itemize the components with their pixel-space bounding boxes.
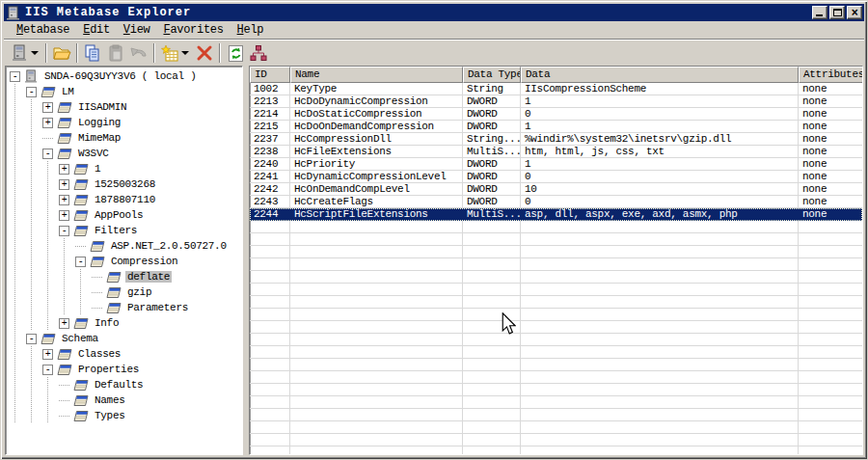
list-row[interactable]: 2241 HcDynamicCompressionLevel DWORD 0 n… (250, 171, 862, 183)
tree-expander-icon[interactable]: + (59, 210, 69, 221)
open-button[interactable] (50, 42, 73, 64)
list-row[interactable]: 2237 HcCompressionDll String... %windir%… (250, 133, 862, 146)
column-header-data-type[interactable]: Data Type (463, 67, 521, 83)
menu-item-edit[interactable]: Edit (76, 21, 117, 39)
view-hierarchy-button[interactable] (247, 42, 270, 64)
tree-item-filters[interactable]: - Filters (6, 223, 242, 238)
column-header-name[interactable]: Name (290, 67, 463, 83)
new-key-button[interactable] (158, 42, 181, 64)
tree-expander-icon[interactable]: - (26, 334, 37, 344)
cell-name: HcPriority (290, 158, 463, 171)
menu-item-help[interactable]: Help (231, 21, 271, 39)
tree-item-apppools[interactable]: + AppPools (6, 207, 242, 223)
list-row[interactable]: 2215 HcDoOnDemandCompression DWORD 1 non… (250, 121, 862, 133)
tree-expander-icon[interactable]: - (42, 365, 53, 375)
list-row[interactable]: 2244 HcScriptFileExtensions MultiS... as… (250, 208, 862, 221)
tree-item-1878807110[interactable]: + 1878807110 (6, 192, 242, 207)
list-row[interactable]: 2238 HcFileExtensions MultiS... htm, htm… (250, 146, 862, 158)
copy-button[interactable] (81, 42, 104, 64)
cell-id (250, 346, 290, 359)
menu-item-metabase[interactable]: Metabase (10, 21, 76, 39)
titlebar[interactable]: IIS Metabase Explorer × (4, 4, 864, 21)
tree-item-properties[interactable]: - Properties (6, 362, 242, 377)
tree-indent-guides (10, 284, 92, 300)
list-row[interactable]: 2240 HcPriority DWORD 1 none (250, 158, 862, 171)
tree-item-deflate[interactable]: deflate (6, 269, 242, 284)
tree-expander-icon[interactable] (92, 303, 102, 313)
metabase-key-icon (106, 302, 122, 314)
paste-button[interactable] (104, 42, 127, 64)
cell-attributes: none (799, 108, 862, 121)
tree-expander-icon[interactable] (75, 241, 86, 252)
tree-item-names[interactable]: Names (6, 392, 242, 408)
undo-button[interactable] (127, 42, 150, 64)
tree-item-label: 1878807110 (93, 194, 157, 205)
tree-expander-icon[interactable]: + (59, 318, 69, 329)
cell-id: 2242 (250, 183, 290, 196)
list-row[interactable]: 2213 HcDoDynamicCompression DWORD 1 none (250, 95, 862, 108)
tree-expander-icon[interactable]: - (59, 226, 69, 236)
delete-button[interactable] (193, 42, 216, 64)
tree-expander-icon[interactable]: + (42, 118, 53, 128)
tree-item-lm[interactable]: - LM (6, 84, 242, 99)
column-header-data[interactable]: Data (521, 67, 799, 83)
tree-expander-icon[interactable]: + (59, 164, 69, 175)
list-row[interactable]: 2243 HcCreateFlags DWORD 0 none (250, 196, 862, 208)
tree-item-compression[interactable]: - Compression (6, 254, 242, 269)
close-button[interactable]: × (847, 6, 862, 19)
tree-item-mimemap[interactable]: MimeMap (6, 130, 242, 146)
refresh-button[interactable] (224, 42, 247, 64)
tree-item-snda-69q3uyy3v6-local[interactable]: - SNDA-69Q3UYY3V6 ( local ) (6, 68, 242, 84)
column-header-attributes[interactable]: Attributes (799, 67, 862, 83)
tree-item-schema[interactable]: - Schema (6, 331, 242, 346)
tree-item-iisadmin[interactable]: + IISADMIN (6, 99, 242, 115)
metabase-key-icon (73, 225, 89, 237)
cell-data-type (463, 271, 521, 284)
app-icon[interactable] (6, 6, 21, 20)
connect-server-button[interactable] (8, 42, 31, 64)
list-row[interactable]: 2214 HcDoStaticCompression DWORD 0 none (250, 108, 862, 121)
maximize-button[interactable] (829, 6, 845, 19)
tree-expander-icon[interactable] (42, 133, 53, 144)
tree-expander-icon[interactable]: + (59, 195, 69, 205)
tree-expander-icon[interactable] (59, 411, 69, 421)
toolbar-separator (45, 43, 47, 63)
column-header-id[interactable]: ID (250, 67, 290, 83)
tree-expander-icon[interactable]: - (75, 257, 86, 267)
list-row[interactable]: 2242 HcOnDemandCompLevel DWORD 10 none (250, 183, 862, 196)
tree-item-classes[interactable]: + Classes (6, 346, 242, 362)
tree-expander-icon[interactable]: - (10, 71, 20, 82)
tree-indent-guides (10, 269, 92, 284)
tree-expander-icon[interactable]: - (26, 87, 37, 97)
tree-indent-guides (10, 176, 59, 192)
tree-expander-icon[interactable]: + (42, 102, 53, 113)
tree-item-types[interactable]: Types (6, 408, 242, 423)
connect-dropdown-arrow-icon[interactable] (31, 51, 39, 55)
tree-item-asp-net-2-0-50727-0[interactable]: ASP.NET_2.0.50727.0 (6, 238, 242, 254)
cell-data: 0 (521, 171, 799, 183)
menu-item-favorites[interactable]: Favorites (156, 21, 230, 39)
tree-expander-icon[interactable] (92, 287, 102, 298)
tree-expander-icon[interactable]: + (42, 349, 53, 360)
tree-expander-icon[interactable]: + (59, 179, 69, 190)
tree-expander-icon[interactable]: - (42, 149, 53, 159)
list-row[interactable]: 1002 KeyType String IIsCompressionScheme… (250, 83, 862, 95)
cell-name (290, 321, 463, 334)
tree-item-defaults[interactable]: Defaults (6, 377, 242, 392)
menu-item-view[interactable]: View (117, 21, 157, 39)
tree-item-parameters[interactable]: Parameters (6, 300, 242, 315)
tree-expander-icon[interactable] (92, 272, 102, 283)
tree-item-1525003268[interactable]: + 1525003268 (6, 176, 242, 192)
tree-item-logging[interactable]: + Logging (6, 115, 242, 130)
minimize-button[interactable] (812, 6, 827, 19)
tree-item-info[interactable]: + Info (6, 315, 242, 331)
tree-expander-icon[interactable] (59, 380, 69, 391)
cell-data-type: DWORD (463, 171, 521, 183)
tree-expander-icon[interactable] (59, 395, 69, 406)
new-key-dropdown-arrow-icon[interactable] (181, 51, 189, 55)
cell-data-type (463, 334, 521, 346)
metabase-key-icon (73, 317, 89, 330)
tree-item-w3svc[interactable]: - W3SVC (6, 146, 242, 161)
tree-item-gzip[interactable]: gzip (6, 284, 242, 300)
tree-item-1[interactable]: + 1 (6, 161, 242, 176)
